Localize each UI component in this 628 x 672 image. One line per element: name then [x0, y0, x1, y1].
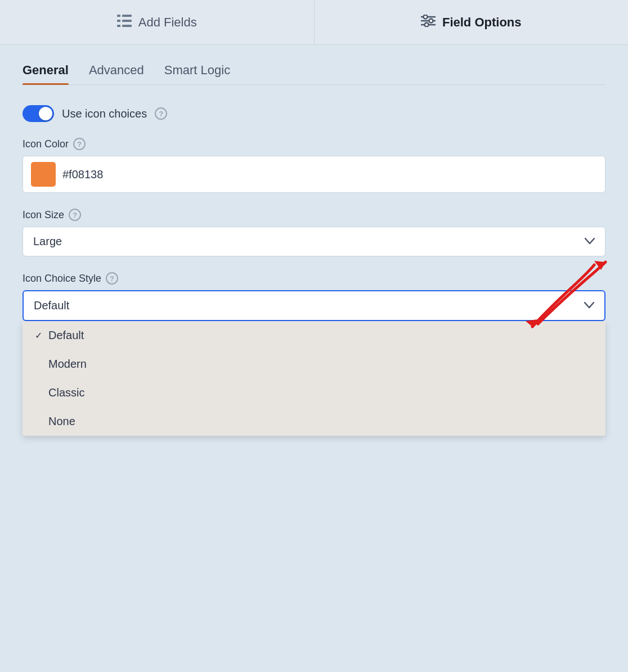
icon-size-label: Icon Size ? — [23, 209, 605, 221]
icon-size-chevron-icon — [585, 236, 595, 247]
icon-choice-style-select-wrapper: Default ✓ Default Modern — [23, 290, 605, 321]
icon-size-select-wrapper: Large — [23, 227, 605, 256]
color-swatch — [31, 162, 56, 187]
toggle-knob — [39, 107, 52, 120]
svg-point-11 — [424, 23, 428, 27]
dropdown-item-classic[interactable]: Classic — [23, 378, 605, 407]
svg-rect-3 — [122, 20, 132, 22]
icon-choice-style-label: Icon Choice Style ? — [23, 272, 605, 285]
icon-size-select[interactable]: Large — [23, 227, 605, 256]
icon-size-value: Large — [33, 235, 62, 248]
use-icon-choices-help-icon[interactable]: ? — [155, 107, 167, 120]
icon-size-help-icon[interactable]: ? — [69, 209, 81, 221]
field-options-label: Field Options — [442, 15, 522, 30]
tab-smart-logic[interactable]: Smart Logic — [164, 63, 230, 84]
no-checkmark — [35, 359, 44, 369]
svg-rect-5 — [122, 25, 132, 27]
no-checkmark-3 — [35, 417, 44, 427]
sliders-icon — [421, 15, 436, 30]
color-input[interactable]: #f08138 — [23, 156, 605, 193]
icon-color-label: Icon Color ? — [23, 138, 605, 150]
dropdown-item-none[interactable]: None — [23, 407, 605, 436]
svg-point-9 — [429, 19, 433, 23]
tab-advanced[interactable]: Advanced — [89, 63, 144, 84]
checkmark-icon: ✓ — [35, 330, 44, 341]
use-icon-choices-toggle[interactable] — [23, 105, 54, 122]
top-bar: Add Fields Field Options — [0, 0, 628, 45]
icon-choice-style-select[interactable]: Default — [23, 290, 605, 321]
icon-choice-style-field: Icon Choice Style ? Default ✓ Default — [23, 272, 605, 321]
field-options-tab[interactable]: Field Options — [315, 0, 629, 44]
icon-choice-style-dropdown: ✓ Default Modern Classic None — [23, 321, 605, 436]
no-checkmark-2 — [35, 388, 44, 398]
icon-choice-style-value: Default — [34, 299, 69, 312]
dropdown-item-default[interactable]: ✓ Default — [23, 321, 605, 350]
svg-rect-4 — [117, 25, 120, 27]
list-icon — [117, 15, 132, 30]
tabs-row: General Advanced Smart Logic — [23, 63, 605, 85]
add-fields-tab[interactable]: Add Fields — [0, 0, 315, 44]
icon-color-field: Icon Color ? #f08138 — [23, 138, 605, 193]
tab-general[interactable]: General — [23, 63, 69, 84]
add-fields-label: Add Fields — [138, 15, 197, 30]
svg-point-7 — [423, 15, 427, 19]
dropdown-item-modern[interactable]: Modern — [23, 350, 605, 378]
use-icon-choices-label: Use icon choices — [62, 107, 147, 120]
icon-choice-style-help-icon[interactable]: ? — [106, 272, 118, 285]
svg-rect-0 — [117, 15, 120, 17]
svg-rect-2 — [117, 20, 120, 22]
icon-choice-style-chevron-icon — [584, 300, 594, 312]
icon-size-field: Icon Size ? Large — [23, 209, 605, 256]
color-value: #f08138 — [62, 168, 103, 181]
content-area: General Advanced Smart Logic Use icon ch… — [0, 45, 628, 355]
use-icon-choices-row: Use icon choices ? — [23, 105, 605, 122]
svg-rect-1 — [122, 15, 132, 17]
icon-color-help-icon[interactable]: ? — [73, 138, 86, 150]
